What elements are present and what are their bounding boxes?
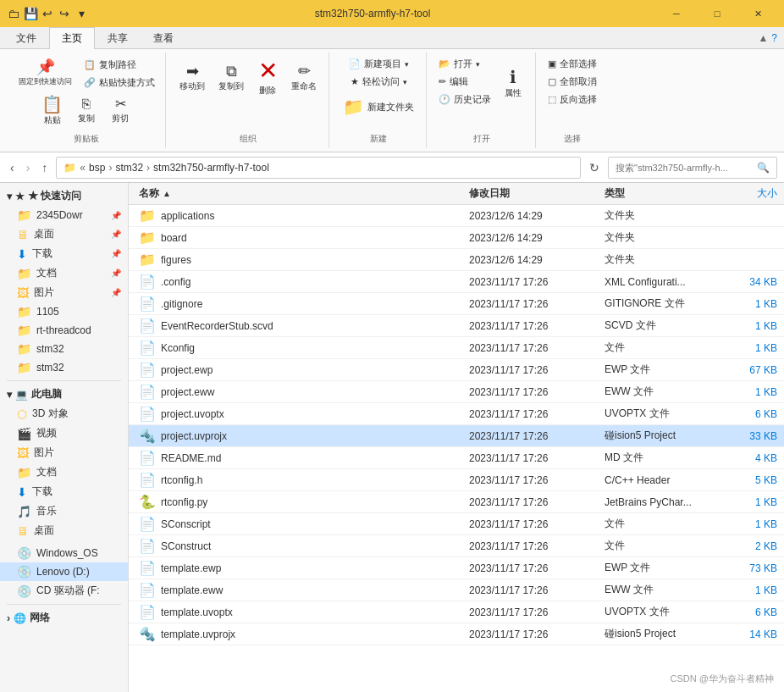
py-icon: 🐍 xyxy=(139,494,156,510)
sidebar-header-quickaccess[interactable]: ▾ ★ ★ 快速访问 xyxy=(0,186,128,206)
sidebar-item-stm32-2[interactable]: 📁 stm32 xyxy=(0,358,128,377)
file-date: 2023/11/17 17:26 xyxy=(462,408,598,420)
folder-icon: 🖥 xyxy=(17,228,29,241)
edit-button[interactable]: ✏ 编辑 xyxy=(435,74,494,90)
move-to-button[interactable]: ➡ 移动到 xyxy=(174,60,210,96)
sidebar-item-stm32-1[interactable]: 📁 stm32 xyxy=(0,340,128,358)
sidebar-item-1105[interactable]: 📁 1105 xyxy=(0,302,128,321)
file-date: 2023/11/17 17:26 xyxy=(462,320,598,332)
history-button[interactable]: 🕐 历史记录 xyxy=(435,91,494,108)
sidebar-item-pictures2[interactable]: 🖼 图片 xyxy=(0,443,128,462)
table-row[interactable]: 📁 figures 2023/12/6 14:29 文件夹 xyxy=(129,249,784,271)
copy-path-button[interactable]: 📋 复制路径 xyxy=(80,57,158,73)
table-row[interactable]: 📄 SConscript 2023/11/17 17:26 文件 1 KB xyxy=(129,513,784,535)
path-stm32[interactable]: stm32 xyxy=(115,162,143,174)
sidebar-item-documents[interactable]: 📁 文档 📌 xyxy=(0,263,128,283)
copy-to-button[interactable]: ⧉ 复制到 xyxy=(213,60,249,96)
table-row[interactable]: 📁 board 2023/12/6 14:29 文件夹 xyxy=(129,227,784,249)
copy-button[interactable]: ⎘ 复制 xyxy=(71,94,102,128)
properties-button[interactable]: ℹ 属性 xyxy=(498,65,528,102)
file-date: 2023/11/17 17:26 xyxy=(462,518,598,530)
new-item-button[interactable]: 📄 新建项目 ▾ xyxy=(345,56,412,72)
maximize-button[interactable]: □ xyxy=(698,0,737,27)
file-icon: 📄 xyxy=(139,274,156,290)
table-row[interactable]: 📄 .gitignore 2023/11/17 17:26 GITIGNORE … xyxy=(129,293,784,315)
paste-button[interactable]: 📋 粘贴 xyxy=(36,92,68,130)
table-row[interactable]: 🐍 rtconfig.py 2023/11/17 17:26 JetBrains… xyxy=(129,491,784,513)
sidebar-item-3dobjects[interactable]: ⬡ 3D 对象 xyxy=(0,404,128,424)
table-row[interactable]: 📄 project.eww 2023/11/17 17:26 EWW 文件 1 … xyxy=(129,381,784,403)
table-row[interactable]: 📄 template.eww 2023/11/17 17:26 EWW 文件 1… xyxy=(129,579,784,601)
rename-icon: ✏ xyxy=(298,64,311,79)
cut-button[interactable]: ✂ 剪切 xyxy=(105,94,135,128)
tab-file[interactable]: 文件 xyxy=(3,27,49,49)
table-row[interactable]: 📄 README.md 2023/11/17 17:26 MD 文件 4 KB xyxy=(129,447,784,469)
col-header-date[interactable]: 修改日期 xyxy=(462,186,598,201)
redo-icon[interactable]: ↪ xyxy=(58,7,71,20)
sidebar-item-rtthread[interactable]: 📁 rt-threadcod xyxy=(0,321,128,340)
table-row[interactable]: 📄 .config 2023/11/17 17:26 XML Configura… xyxy=(129,271,784,293)
delete-button[interactable]: ✕ 删除 xyxy=(252,56,283,100)
sidebar-header-network[interactable]: › 🌐 网络 xyxy=(0,608,128,628)
pin-button[interactable]: 📌 固定到快速访问 xyxy=(14,56,77,91)
3d-icon: ⬡ xyxy=(17,407,27,421)
col-header-name[interactable]: 名称 ▲ xyxy=(129,186,462,201)
sidebar-item-2345dowr[interactable]: 📁 2345Dowr 📌 xyxy=(0,206,128,224)
sidebar-item-downloads[interactable]: ⬇ 下载 📌 xyxy=(0,244,128,263)
table-row[interactable]: 📄 template.uvoptx 2023/11/17 17:26 UVOPT… xyxy=(129,601,784,623)
tab-view[interactable]: 查看 xyxy=(141,27,186,49)
path-bsp[interactable]: bsp xyxy=(89,162,105,174)
table-row[interactable]: 📄 project.ewp 2023/11/17 17:26 EWP 文件 67… xyxy=(129,359,784,381)
forward-button[interactable]: › xyxy=(23,159,34,176)
sidebar-item-pictures[interactable]: 🖼 图片 📌 xyxy=(0,283,128,302)
path-current[interactable]: stm32h750-armfly-h7-tool xyxy=(153,162,269,174)
sidebar-item-windows-os[interactable]: 💿 Windows_OS xyxy=(0,544,128,562)
paste-shortcut-button[interactable]: 🔗 粘贴快捷方式 xyxy=(80,75,158,91)
sidebar-item-music[interactable]: 🎵 音乐 xyxy=(0,501,128,521)
search-input[interactable] xyxy=(616,163,754,173)
dropdown-icon[interactable]: ▾ xyxy=(75,7,88,20)
undo-icon[interactable]: ↩ xyxy=(41,7,54,20)
tab-share[interactable]: 共享 xyxy=(95,27,141,49)
up-button[interactable]: ↑ xyxy=(38,159,51,176)
help-btn[interactable]: ? xyxy=(771,32,777,44)
table-row[interactable]: 📄 SConstruct 2023/11/17 17:26 文件 2 KB xyxy=(129,535,784,557)
sidebar-item-downloads2[interactable]: ⬇ 下载 xyxy=(0,482,128,501)
tab-home[interactable]: 主页 xyxy=(49,27,95,49)
select-all-button[interactable]: ▣ 全部选择 xyxy=(544,56,600,72)
table-row[interactable]: 📄 project.uvoptx 2023/11/17 17:26 UVOPTX… xyxy=(129,403,784,425)
table-row[interactable]: 🔩 template.uvprojx 2023/11/17 17:26 碰isi… xyxy=(129,623,784,645)
new-folder-button[interactable]: 📁 新建文件夹 xyxy=(338,95,419,119)
refresh-button[interactable]: ↻ xyxy=(586,159,603,176)
rename-button[interactable]: ✏ 重命名 xyxy=(286,60,322,96)
sidebar-header-thispc[interactable]: ▾ 💻 此电脑 xyxy=(0,385,128,404)
sidebar-item-documents2[interactable]: 📁 文档 xyxy=(0,462,128,482)
ribbon-collapse-btn[interactable]: ▲ xyxy=(758,32,768,44)
back-button[interactable]: ‹ xyxy=(7,159,18,176)
table-row[interactable]: 📄 rtconfig.h 2023/11/17 17:26 C/C++ Head… xyxy=(129,469,784,491)
table-row[interactable]: 📄 template.ewp 2023/11/17 17:26 EWP 文件 7… xyxy=(129,557,784,579)
close-button[interactable]: ✕ xyxy=(738,0,777,27)
invert-select-button[interactable]: ⬚ 反向选择 xyxy=(544,91,600,108)
minimize-button[interactable]: ─ xyxy=(657,0,696,27)
easy-access-button[interactable]: ★ 轻松访问 ▾ xyxy=(347,74,411,90)
address-path[interactable]: 📁 « bsp › stm32 › stm32h750-armfly-h7-to… xyxy=(56,157,581,179)
organize-label: 组织 xyxy=(240,131,257,145)
table-row[interactable]: 📄 EventRecorderStub.scvd 2023/11/17 17:2… xyxy=(129,315,784,337)
search-box[interactable]: 🔍 xyxy=(608,157,777,179)
select-none-button[interactable]: ▢ 全部取消 xyxy=(544,74,600,90)
table-row[interactable]: 📄 Kconfig 2023/11/17 17:26 文件 1 KB xyxy=(129,337,784,359)
col-header-type[interactable]: 类型 xyxy=(598,186,716,201)
sidebar-item-video[interactable]: 🎬 视频 xyxy=(0,424,128,443)
sidebar-item-desktop[interactable]: 🖥 桌面 📌 xyxy=(0,224,128,244)
sidebar-item-lenovo-d[interactable]: 💿 Lenovo (D:) xyxy=(0,562,128,581)
save-icon[interactable]: 💾 xyxy=(24,7,37,20)
sidebar-item-cd-drive[interactable]: 💿 CD 驱动器 (F: xyxy=(0,581,128,601)
sidebar-item-desktop2[interactable]: 🖥 桌面 xyxy=(0,521,128,540)
file-name: applications xyxy=(161,210,214,222)
table-row[interactable]: 📁 applications 2023/12/6 14:29 文件夹 xyxy=(129,205,784,227)
file-date: 2023/11/17 17:26 xyxy=(462,584,598,596)
col-header-size[interactable]: 大小 xyxy=(716,186,784,201)
open-button[interactable]: 📂 打开 ▾ xyxy=(435,56,494,72)
table-row[interactable]: 🔩 project.uvprojx 2023/11/17 17:26 碰isio… xyxy=(129,425,784,447)
